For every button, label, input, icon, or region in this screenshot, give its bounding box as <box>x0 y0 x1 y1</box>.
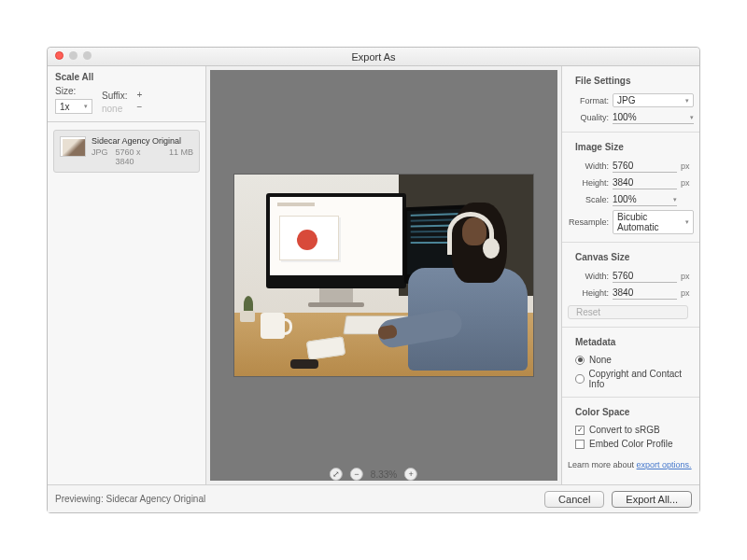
chevron-down-icon: ▾ <box>685 97 689 105</box>
scale-all-header: Scale All <box>48 66 205 86</box>
cancel-button[interactable]: Cancel <box>544 491 604 508</box>
window-traffic-lights <box>55 51 92 60</box>
titlebar: Export As <box>48 48 699 66</box>
remove-scale-button[interactable]: − <box>137 102 143 112</box>
previewing-label: Previewing: Sidecar Agency Original <box>55 494 205 504</box>
unit-label: px <box>681 272 694 281</box>
minimize-icon[interactable] <box>69 51 78 60</box>
color-space-header: Color Space <box>568 401 694 421</box>
metadata-none-radio[interactable]: None <box>575 355 694 365</box>
left-panel: Scale All Size: 1x ▾ Suffix: none <box>48 66 206 484</box>
scale-label: Scale: <box>568 195 609 204</box>
window-title: Export As <box>48 51 699 63</box>
zoom-level: 8.33% <box>371 469 397 480</box>
export-all-button[interactable]: Export All... <box>612 491 692 508</box>
resample-select[interactable]: Bicubic Automatic ▾ <box>613 210 694 234</box>
format-label: Format: <box>568 96 609 105</box>
asset-name: Sidecar Agency Original <box>92 136 193 146</box>
canvas-width-input[interactable]: 5760 <box>613 270 677 283</box>
embed-profile-checkbox[interactable]: Embed Color Profile <box>575 439 694 449</box>
chevron-down-icon: ▾ <box>690 114 694 121</box>
radio-icon <box>575 374 585 384</box>
asset-dimensions: 5760 x 3840 <box>116 147 162 166</box>
format-select[interactable]: JPG ▾ <box>613 93 694 107</box>
checkbox-icon <box>575 440 585 449</box>
preview-image <box>234 175 533 376</box>
convert-srgb-checkbox[interactable]: Convert to sRGB <box>575 425 694 435</box>
resample-label: Resample: <box>568 217 609 227</box>
zoom-out-button[interactable]: − <box>350 468 363 481</box>
preview-canvas[interactable] <box>210 70 557 481</box>
canvas-height-input[interactable]: 3840 <box>613 287 677 300</box>
image-scale-input[interactable]: 100% ▾ <box>613 193 677 206</box>
radio-icon <box>575 356 585 365</box>
asset-format: JPG <box>92 147 108 166</box>
quality-input[interactable]: 100% ▾ <box>613 111 694 124</box>
unit-label: px <box>681 161 694 171</box>
image-size-header: Image Size <box>568 136 694 156</box>
zoom-controls: ⤢ − 8.33% + <box>330 468 417 481</box>
unit-label: px <box>681 288 694 298</box>
image-height-input[interactable]: 3840 <box>613 176 677 189</box>
center-panel <box>206 66 561 484</box>
fit-icon[interactable]: ⤢ <box>330 468 343 481</box>
asset-filesize: 11 MB <box>169 147 193 166</box>
chevron-down-icon: ▾ <box>673 196 677 203</box>
canvas-height-label: Height: <box>568 288 609 298</box>
checkbox-icon <box>575 426 585 435</box>
canvas-width-label: Width: <box>568 272 609 281</box>
unit-label: px <box>681 178 694 188</box>
size-label: Size: <box>55 86 92 96</box>
suffix-input[interactable]: none <box>102 104 128 114</box>
size-select[interactable]: 1x ▾ <box>55 99 92 114</box>
suffix-label: Suffix: <box>102 91 128 101</box>
quality-label: Quality: <box>568 113 609 122</box>
zoom-icon[interactable] <box>83 51 92 60</box>
asset-thumbnail <box>60 136 86 157</box>
canvas-size-header: Canvas Size <box>568 246 694 266</box>
footer: Previewing: Sidecar Agency Original Canc… <box>48 484 699 512</box>
height-label: Height: <box>568 178 609 188</box>
add-scale-button[interactable]: + <box>137 90 143 100</box>
asset-row[interactable]: Sidecar Agency Original JPG 5760 x 3840 … <box>53 130 200 173</box>
image-width-input[interactable]: 5760 <box>613 160 677 173</box>
file-settings-header: File Settings <box>568 70 694 90</box>
metadata-header: Metadata <box>568 331 694 351</box>
right-panel: File Settings Format: JPG ▾ Quality: 100… <box>561 66 699 484</box>
metadata-contact-radio[interactable]: Copyright and Contact Info <box>575 369 694 389</box>
reset-button[interactable]: Reset <box>568 305 688 319</box>
chevron-down-icon: ▾ <box>685 218 689 226</box>
zoom-in-button[interactable]: + <box>404 468 417 481</box>
learn-more-link[interactable]: Learn more about export options. <box>562 456 699 473</box>
close-icon[interactable] <box>55 51 63 60</box>
export-as-dialog: Export As Scale All Size: 1x ▾ Suffix: <box>47 47 700 513</box>
width-label: Width: <box>568 161 609 171</box>
chevron-down-icon: ▾ <box>84 103 88 110</box>
